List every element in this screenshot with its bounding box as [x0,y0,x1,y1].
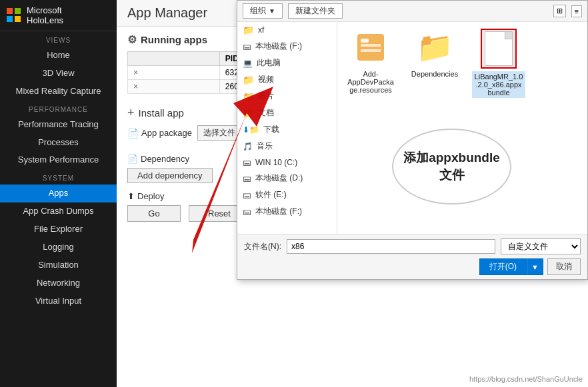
tree-item-this-pc[interactable]: 💻 此电脑 [237,55,337,71]
sidebar-item-home[interactable]: Home [0,47,117,65]
file-icon: 📄 [127,128,139,139]
view-details-button[interactable]: ≡ [571,5,582,17]
footer-link: https://blog.csdn.net/ShanGuUncle [469,375,583,383]
sidebar-item-processes[interactable]: Processes [0,134,117,152]
tree-item-win10[interactable]: 🖴 WIN 10 (C:) [237,155,337,170]
sidebar-item-3dview[interactable]: 3D View [0,65,117,83]
logo-text: Microsoft HoloLens [27,5,63,25]
sidebar-item-apps[interactable]: Apps [0,185,117,202]
sidebar-item-crash-dumps[interactable]: App Crash Dumps [0,202,117,220]
folder-icon: 📁 [243,25,254,35]
filetype-select[interactable]: 自定义文件 [501,238,581,254]
brand-name: Microsoft [27,5,63,15]
file-tree: 📁 xf 🖴 本地磁盘 (F:) 💻 此电脑 📁 视频 📁 图片 📁 文 [237,22,337,234]
drive-icon: 🖴 [243,173,251,183]
file-item-label: Add-AppDevPackage.resources [344,69,397,95]
file-item-add-appdev[interactable]: Add-AppDevPackage.resources [344,29,397,98]
tree-item-downloads[interactable]: ⬇📁 下载 [237,121,337,138]
tree-item-local-d[interactable]: 🖴 本地磁盘 (D:) [237,170,337,187]
choose-file-button[interactable]: 选择文件 [197,125,241,141]
tree-item-videos[interactable]: 📁 视频 [237,71,337,88]
tree-item-music[interactable]: 🎵 音乐 [237,138,337,155]
filename-input[interactable] [287,239,495,254]
dropdown-arrow-icon: ▼ [269,7,275,15]
sidebar-item-virtual-input[interactable]: Virtual Input [0,292,117,310]
svg-rect-3 [361,39,369,43]
filename-row: 文件名(N): 自定义文件 [244,238,581,254]
tree-item-local-f2[interactable]: 🖴 本地磁盘 (F:) [237,203,337,220]
file-item-label: LiBangMR_1.0.2.0_x86.appxbundle [472,71,525,98]
tree-item-pictures[interactable]: 📁 图片 [237,88,337,105]
drive-icon: 🖴 [243,157,251,167]
doc-icon [485,31,513,66]
folder-icon: 📁 [416,29,453,66]
file-dialog: 组织 ▼ 新建文件夹 ⊞ ≡ 📁 xf 🖴 本地磁盘 (F:) 💻 此电脑 📁 [237,0,588,280]
svg-rect-0 [357,34,384,61]
deploy-icon: ⬆ [127,191,135,201]
sidebar-item-file-explorer[interactable]: File Explorer [0,220,117,238]
computer-icon: 💻 [243,59,253,68]
settings-icon: ⚙ [127,33,137,46]
file-dialog-body: 📁 xf 🖴 本地磁盘 (F:) 💻 此电脑 📁 视频 📁 图片 📁 文 [237,22,587,234]
file-content-area: Add-AppDevPackage.resources 📁 Dependenci… [337,22,587,234]
filename-label: 文件名(N): [244,241,281,252]
new-folder-button[interactable]: 新建文件夹 [288,3,343,19]
plus-icon: + [127,106,135,120]
file-grid: Add-AppDevPackage.resources 📁 Dependenci… [344,29,525,98]
sidebar-item-networking[interactable]: Networking [0,274,117,292]
file-item-label: Dependencies [409,69,460,79]
sidebar-item-mixed-reality[interactable]: Mixed Reality Capture [0,83,117,101]
drive-icon: 🖴 [243,190,251,200]
sidebar-item-perf-tracing[interactable]: Performance Tracing [0,116,117,134]
view-options-button[interactable]: ⊞ [553,5,566,17]
row1-x[interactable]: × [128,66,220,80]
go-button[interactable]: Go [127,205,181,222]
cancel-button[interactable]: 取消 [547,258,581,275]
file-item-dependencies[interactable]: 📁 Dependencies [408,29,461,98]
sidebar-logo: Microsoft HoloLens [0,0,117,31]
sidebar-item-simulation[interactable]: Simulation [0,256,117,274]
open-btn-row: 打开(O) ▼ 取消 [244,258,581,275]
file-icon-dep: 📄 [127,154,138,164]
svg-rect-2 [361,49,381,52]
folder-icon: 📁 [243,91,254,102]
col-header-x [128,52,220,66]
add-dependency-button[interactable]: Add dependency [127,168,213,183]
folder-icon: 📁 [243,75,254,85]
views-section-label: VIEWS [0,31,117,47]
open-dropdown-button[interactable]: ▼ [527,258,543,275]
product-name: HoloLens [27,15,63,25]
logo-icon [7,8,21,23]
music-icon: 🎵 [243,142,253,151]
svg-rect-1 [361,44,381,47]
system-section-label: SYSTEM [0,169,117,185]
sidebar-item-logging[interactable]: Logging [0,238,117,256]
file-dialog-toolbar: 组织 ▼ 新建文件夹 ⊞ ≡ [237,1,587,22]
open-button[interactable]: 打开(O) [479,258,527,275]
organize-button[interactable]: 组织 ▼ [243,3,283,19]
drive-icon: 🖴 [243,206,251,216]
folder-icon: 📁 [243,108,254,119]
performance-section-label: PERFORMANCE [0,101,117,116]
tree-item-xf[interactable]: 📁 xf [237,22,337,38]
drive-icon: 🖴 [243,41,251,51]
row2-x[interactable]: × [128,80,220,94]
app-package-label: 📄 App package [127,128,192,139]
sidebar-item-system-perf[interactable]: System Performance [0,151,117,169]
sidebar: Microsoft HoloLens VIEWS Home 3D View Mi… [0,0,117,387]
tree-item-local-disk-f[interactable]: 🖴 本地磁盘 (F:) [237,38,337,55]
tree-item-documents[interactable]: 📁 文档 [237,105,337,121]
file-item-libangmr[interactable]: LiBangMR_1.0.2.0_x86.appxbundle [472,29,525,98]
file-dialog-footer: 文件名(N): 自定义文件 打开(O) ▼ 取消 [237,234,587,279]
tree-item-software-e[interactable]: 🖴 软件 (E:) [237,187,337,203]
package-icon [352,29,389,66]
download-icon: ⬇📁 [243,125,259,135]
document-icon [481,29,517,69]
